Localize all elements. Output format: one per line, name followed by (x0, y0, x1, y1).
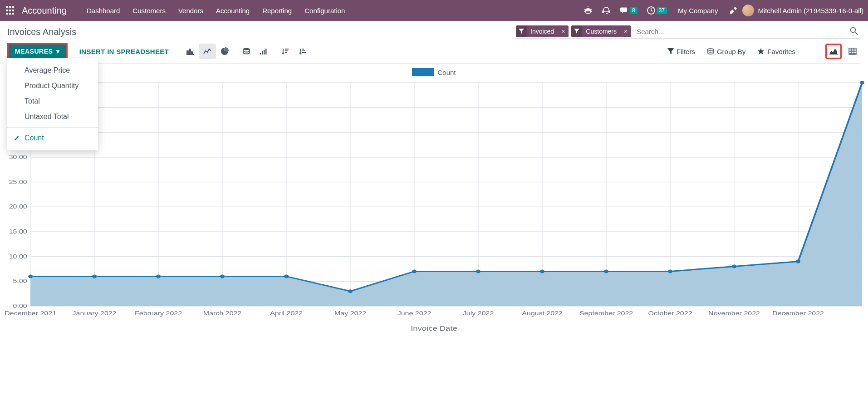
svg-rect-1 (9, 6, 11, 8)
search-icon[interactable] (847, 27, 861, 36)
measure-product-quantity[interactable]: Product Quantity (7, 78, 98, 94)
measures-button[interactable]: MEASURES ▾ (9, 45, 66, 58)
nav-dashboard[interactable]: Dashboard (87, 7, 120, 15)
svg-text:January 2022: January 2022 (73, 310, 117, 316)
view-switcher (825, 44, 861, 59)
svg-point-61 (476, 269, 481, 273)
svg-text:June 2022: June 2022 (397, 310, 432, 316)
control-panel: Invoices Analysis Invoiced × Customers ×… (0, 21, 868, 64)
debug-icon[interactable] (584, 6, 593, 15)
filters-button[interactable]: Filters (667, 48, 695, 55)
search-bar[interactable]: Invoiced × Customers × (516, 25, 861, 39)
measures-dropdown: Average Price Product Quantity Total Unt… (7, 58, 98, 150)
pie-chart-icon[interactable] (216, 44, 233, 59)
graph-view-icon[interactable] (825, 44, 842, 59)
svg-text:March 2022: March 2022 (203, 310, 242, 316)
app-brand[interactable]: Accounting (22, 5, 67, 16)
svg-text:July 2022: July 2022 (463, 310, 494, 316)
search-facet-invoiced[interactable]: Invoiced × (516, 25, 569, 37)
svg-text:April 2022: April 2022 (270, 310, 303, 316)
groupby-button[interactable]: Group By (707, 48, 745, 55)
user-menu[interactable]: Mitchell Admin (21945339-16-0-all) (742, 5, 863, 16)
company-switcher[interactable]: My Company (678, 7, 718, 15)
svg-rect-15 (260, 53, 261, 55)
svg-text:November 2022: November 2022 (708, 310, 760, 316)
tools-icon[interactable] (729, 6, 738, 15)
svg-text:30.00: 30.00 (9, 154, 27, 160)
user-avatar (742, 5, 754, 16)
svg-point-62 (540, 269, 544, 273)
main-navbar: Accounting Dashboard Customers Vendors A… (0, 0, 868, 21)
chart-legend[interactable]: Count (0, 68, 868, 76)
measure-average-price[interactable]: Average Price (7, 63, 98, 78)
bar-chart-icon[interactable] (181, 44, 199, 59)
line-chart-icon[interactable] (199, 44, 216, 59)
svg-text:Invoice Date: Invoice Date (411, 325, 457, 333)
svg-point-63 (604, 269, 608, 273)
svg-text:December 2021: December 2021 (5, 310, 56, 316)
svg-point-67 (860, 81, 864, 84)
svg-point-55 (92, 274, 97, 278)
insert-spreadsheet-button[interactable]: INSERT IN SPREADSHEET (73, 45, 175, 59)
favorites-label: Favorites (767, 48, 795, 55)
nav-reporting[interactable]: Reporting (262, 7, 292, 15)
stacked-icon[interactable] (238, 44, 255, 59)
svg-rect-2 (12, 6, 14, 8)
user-name: Mitchell Admin (21945339-16-0-all) (758, 7, 863, 15)
activities-badge: 37 (657, 7, 667, 14)
svg-rect-11 (187, 51, 188, 55)
svg-text:February 2022: February 2022 (135, 310, 182, 316)
measure-untaxed-total[interactable]: Untaxed Total (7, 109, 98, 124)
chart-type-toolbar (181, 44, 311, 59)
sort-desc-icon[interactable] (277, 44, 294, 59)
nav-accounting[interactable]: Accounting (216, 7, 250, 15)
svg-rect-17 (264, 50, 265, 55)
search-facet-customers[interactable]: Customers × (571, 25, 631, 37)
legend-swatch (412, 68, 434, 76)
cumulated-icon[interactable] (255, 44, 272, 59)
area-chart[interactable]: 0.005.0010.0015.0020.0025.0030.0035.0040… (4, 79, 864, 333)
support-icon[interactable] (602, 6, 611, 15)
activities-icon[interactable]: 37 (647, 6, 667, 15)
svg-point-59 (348, 289, 353, 293)
pivot-view-icon[interactable] (844, 44, 861, 59)
svg-point-19 (708, 49, 713, 50)
messaging-icon[interactable]: 8 (620, 6, 638, 15)
svg-text:20.00: 20.00 (9, 204, 27, 210)
svg-rect-6 (6, 13, 8, 15)
nav-customers[interactable]: Customers (132, 7, 166, 15)
facet-label: Invoiced (527, 28, 558, 35)
favorites-button[interactable]: Favorites (757, 48, 795, 55)
measure-total[interactable]: Total (7, 94, 98, 109)
facet-remove-icon[interactable]: × (558, 28, 569, 35)
svg-text:May 2022: May 2022 (334, 310, 366, 316)
search-input[interactable] (634, 26, 847, 37)
nav-configuration[interactable]: Configuration (304, 7, 345, 15)
svg-point-65 (732, 265, 736, 268)
sort-asc-icon[interactable] (294, 44, 311, 59)
apps-icon[interactable] (5, 5, 15, 16)
svg-rect-0 (6, 6, 8, 8)
facet-remove-icon[interactable]: × (620, 28, 631, 35)
svg-text:October 2022: October 2022 (648, 310, 692, 316)
svg-rect-16 (262, 51, 263, 55)
svg-rect-5 (12, 10, 14, 11)
measure-count[interactable]: Count (7, 130, 98, 146)
svg-rect-4 (9, 10, 11, 11)
measures-button-highlight: MEASURES ▾ Average Price Product Quantit… (7, 43, 68, 60)
svg-rect-18 (265, 49, 267, 55)
svg-point-10 (851, 27, 856, 32)
svg-rect-12 (189, 49, 191, 55)
svg-text:25.00: 25.00 (9, 179, 27, 185)
dropdown-separator (7, 127, 98, 128)
page-title: Invoices Analysis (7, 27, 76, 37)
svg-text:September 2022: September 2022 (579, 310, 633, 316)
svg-point-66 (796, 260, 800, 263)
svg-rect-7 (9, 13, 11, 15)
svg-rect-13 (191, 52, 193, 55)
svg-point-56 (156, 274, 161, 278)
nav-vendors[interactable]: Vendors (178, 7, 203, 15)
filters-label: Filters (677, 48, 695, 55)
svg-text:0.00: 0.00 (13, 303, 27, 309)
legend-label: Count (437, 69, 456, 76)
